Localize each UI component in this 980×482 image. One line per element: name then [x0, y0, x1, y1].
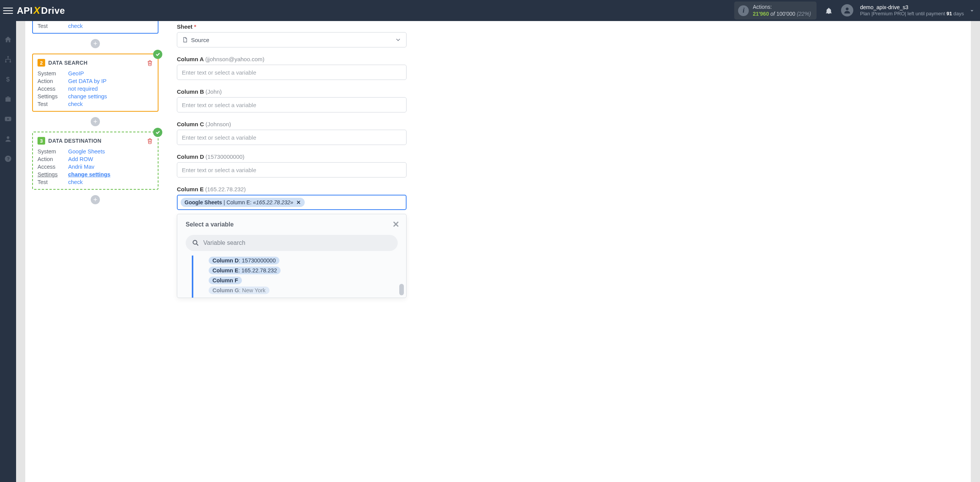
document-icon	[182, 37, 188, 43]
step-test-link[interactable]: check	[68, 23, 83, 29]
column-d-label: Column D (15730000000)	[177, 153, 959, 160]
variable-item[interactable]: Column F	[209, 277, 242, 284]
step-action-link[interactable]: Get DATA by IP	[68, 78, 106, 84]
logo-drive: Drive	[41, 5, 65, 16]
account-icon[interactable]	[3, 134, 13, 143]
user-name: demo_apix-drive_s3	[860, 4, 964, 11]
step-action-link[interactable]: Add ROW	[68, 156, 93, 162]
menu-hamburger-icon[interactable]	[3, 6, 13, 16]
actions-pct: (22%)	[795, 11, 811, 17]
svg-rect-1	[7, 56, 8, 57]
actions-text: Actions: 21'960 of 100'000 (22%)	[753, 4, 811, 17]
svg-text:$: $	[6, 76, 10, 83]
svg-text:?: ?	[7, 156, 10, 161]
connections-icon[interactable]	[3, 55, 13, 64]
add-step-button[interactable]: +	[91, 195, 100, 204]
step-system-link[interactable]: GeoIP	[68, 70, 84, 77]
step-card-data-search[interactable]: 2 DATA SEARCH SystemGeoIP ActionGet DATA…	[32, 54, 158, 112]
actions-count: 21'960	[753, 11, 769, 17]
svg-point-0	[846, 8, 848, 10]
help-icon[interactable]: ?	[3, 154, 13, 163]
step-title: DATA DESTINATION	[48, 138, 101, 144]
svg-rect-2	[5, 61, 7, 62]
delete-step-icon[interactable]	[147, 138, 153, 144]
svg-point-6	[7, 136, 10, 139]
user-avatar-icon	[841, 4, 853, 16]
svg-point-9	[193, 240, 197, 244]
dropdown-scrollbar[interactable]	[399, 237, 404, 295]
logo-api: API	[17, 5, 33, 16]
chip-remove-icon[interactable]: ✕	[296, 199, 301, 205]
add-step-button[interactable]: +	[91, 39, 100, 48]
add-step-button[interactable]: +	[91, 117, 100, 126]
youtube-icon[interactable]	[3, 114, 13, 124]
step-test-link[interactable]: check	[68, 101, 83, 107]
actions-total: 100'000	[776, 11, 795, 17]
content: Test check + 2 DATA SEARCH SystemGeoIP A…	[25, 21, 971, 482]
column-d-input[interactable]	[177, 162, 407, 177]
column-a-label: Column A (jjohnson@yahoo.com)	[177, 56, 959, 62]
logo-x-icon: X	[34, 5, 41, 16]
page: Test check + 2 DATA SEARCH SystemGeoIP A…	[16, 21, 980, 482]
step-access-link[interactable]: not required	[68, 86, 98, 92]
search-icon	[192, 239, 199, 247]
topbar: API X Drive i Actions: 21'960 of 100'000…	[0, 0, 980, 21]
actions-label: Actions:	[753, 4, 811, 11]
logo[interactable]: API X Drive	[17, 5, 65, 16]
steps-column: Test check + 2 DATA SEARCH SystemGeoIP A…	[25, 21, 165, 482]
column-e-input[interactable]: Google Sheets | Column E: «165.22.78.232…	[177, 195, 407, 210]
step-settings-link[interactable]: change settings	[68, 93, 107, 99]
variable-item[interactable]: Column G: New York	[209, 287, 270, 294]
billing-dollar-icon[interactable]: $	[3, 75, 13, 84]
variable-item[interactable]: Column D: 15730000000	[209, 257, 279, 264]
info-icon: i	[738, 5, 749, 16]
actions-counter[interactable]: i Actions: 21'960 of 100'000 (22%)	[734, 2, 816, 20]
delete-step-icon[interactable]	[147, 60, 153, 66]
step-complete-check-icon	[153, 50, 162, 59]
step-number-badge: 2	[38, 59, 45, 67]
step-test-link[interactable]: check	[68, 179, 83, 185]
chevron-down-icon	[395, 36, 402, 43]
settings-form: Sheet* Source Column A (jjohnson@yahoo.c…	[165, 21, 971, 482]
column-c-input[interactable]	[177, 130, 407, 145]
notifications-bell-icon[interactable]	[823, 5, 834, 16]
sidebar: $ ?	[0, 21, 16, 482]
svg-rect-3	[10, 61, 11, 62]
step-title: DATA SEARCH	[48, 60, 88, 66]
step-complete-check-icon	[153, 128, 162, 137]
step-settings-link[interactable]: change settings	[68, 171, 110, 177]
step-row-key: Test	[38, 23, 68, 29]
variable-search-input[interactable]	[203, 239, 392, 246]
step-access-link[interactable]: Andrii Mav	[68, 164, 95, 170]
column-b-input[interactable]	[177, 97, 407, 112]
briefcase-icon[interactable]	[3, 94, 13, 104]
variable-item[interactable]: Column E: 165.22.78.232	[209, 267, 281, 274]
dropdown-title: Select a variable	[186, 221, 234, 228]
step-system-link[interactable]: Google Sheets	[68, 148, 105, 155]
sheet-value: Source	[191, 37, 209, 43]
dropdown-close-icon[interactable]: ✕	[392, 220, 399, 230]
column-c-label: Column C (Johnson)	[177, 121, 959, 127]
variable-list: Column D: 15730000000 Column E: 165.22.7…	[192, 256, 406, 298]
column-b-label: Column B (John)	[177, 88, 959, 95]
user-menu-chevron-icon[interactable]	[969, 7, 975, 14]
column-a-input[interactable]	[177, 65, 407, 80]
home-icon[interactable]	[3, 35, 13, 44]
sheet-select[interactable]: Source	[177, 32, 407, 47]
step-card-data-destination[interactable]: 3 DATA DESTINATION SystemGoogle Sheets A…	[32, 132, 158, 190]
variable-dropdown: Select a variable ✕ Column D: 1573000000…	[177, 214, 407, 298]
user-plan: Plan |Premium PRO| left until payment 91…	[860, 11, 964, 17]
step-card-source-partial: Test check	[32, 21, 158, 34]
sheet-label: Sheet*	[177, 23, 959, 30]
user-menu[interactable]: demo_apix-drive_s3 Plan |Premium PRO| le…	[841, 4, 964, 16]
step-number-badge: 3	[38, 137, 45, 145]
variable-chip[interactable]: Google Sheets | Column E: «165.22.78.232…	[181, 198, 305, 207]
column-e-label: Column E (165.22.78.232)	[177, 186, 959, 192]
variable-search[interactable]	[186, 235, 398, 251]
